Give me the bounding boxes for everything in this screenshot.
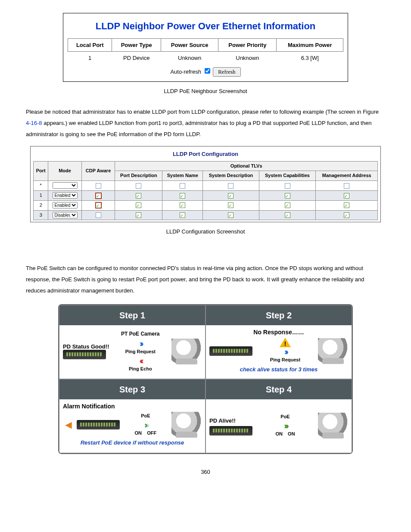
cell-sd [203,190,259,200]
cell-port: 3 [34,210,48,220]
checkbox-icon[interactable] [228,183,234,189]
step-3-on: ON [135,430,142,436]
cell-mode: Enabled [48,200,81,210]
checkbox-icon[interactable] [180,202,185,208]
checkbox-icon[interactable] [180,183,185,189]
paragraph-1: Please be noticed that administrator has… [26,106,385,140]
refresh-row: Auto-refresh Refresh [68,67,343,77]
checkbox-icon[interactable] [228,212,234,218]
cell-cdp [81,190,115,200]
cell-sd [203,181,259,191]
checkbox-icon[interactable] [96,183,101,189]
checkbox-icon[interactable] [344,183,349,189]
col-sys-cap: System Capabilities [259,171,316,181]
paragraph-2: The PoE Switch can be configured to moni… [26,263,385,296]
cell-mode: Disabled [48,210,81,220]
chevrons-green-icon: ››› [144,421,145,428]
step-4-on1: ON [275,431,283,436]
refresh-button[interactable]: Refresh [213,67,240,77]
cell-sd [203,210,259,220]
checkbox-icon[interactable] [136,183,141,189]
step-1-ping-echo: Ping Echo [129,365,152,373]
checkbox-icon[interactable] [136,193,141,199]
switch-icon [77,420,120,429]
checkbox-icon[interactable] [180,212,185,218]
step-3-header: Step 3 [59,380,205,399]
cell-cdp [81,200,115,210]
mode-select[interactable]: Enabled [53,202,78,208]
checkbox-icon[interactable] [96,212,101,218]
pd-alive-diagram: Step 1 PD Status Good!! PT PoE Camera ››… [58,304,353,454]
step-2-footer: check alive status for 3 times [209,364,348,377]
step-4-poe: PoE [280,413,290,421]
col-group-tlvs: Optional TLVs [115,161,378,171]
figure-caption-2: LLDP Configuration Screenshot [26,227,385,236]
checkbox-icon[interactable] [344,212,349,218]
col-port-desc: Port Description [115,171,162,181]
step-4-header: Step 4 [206,380,352,399]
col-mgmt-addr: Management Address [316,171,378,181]
lldp-poe-info-panel: LLDP Neighbor Power Over Ethernet Inform… [63,13,348,82]
camera-icon [171,339,202,364]
checkbox-icon[interactable] [136,202,141,208]
checkbox-icon[interactable] [136,212,141,218]
table-row: 2Enabled [34,200,378,210]
camera-icon [318,413,348,439]
step-2-ping-req: Ping Request [270,356,300,364]
checkbox-icon[interactable] [228,202,234,208]
checkbox-icon[interactable] [180,193,185,199]
checkbox-icon[interactable] [285,202,290,208]
step-3-alarm: Alarm Notification [63,401,202,412]
cell-mode: Enabled [48,190,81,200]
col-cdp: CDP Aware [81,161,115,181]
checkbox-icon[interactable] [344,202,349,208]
col-sys-desc: System Description [203,171,259,181]
step-3-poe: PoE [141,412,150,420]
mode-select[interactable]: Disabled [53,212,78,218]
cell-sn [162,181,203,191]
cell-port: 2 [34,200,48,210]
chevrons-pale-icon: ››› [146,421,147,428]
col-mode: Mode [48,161,81,181]
table-row: 3Disabled [34,210,378,220]
cell-pd [115,210,162,220]
cell-sc [259,210,316,220]
lldp-poe-table: Local Port Power Type Power Source Power… [68,38,343,65]
col-max-power: Maximum Power [277,38,343,51]
chevrons-right-icon: ›››››› [140,340,141,347]
chevrons-green-icon: ››› [284,422,285,429]
cell-local-port: 1 [68,51,112,64]
chevrons-left-icon: ‹‹‹‹‹‹ [140,357,141,364]
checkbox-icon[interactable] [285,193,290,199]
checkbox-icon[interactable] [96,202,101,208]
cell-sc [259,200,316,210]
auto-refresh-label: Auto-refresh [170,68,201,75]
col-power-type: Power Type [112,38,161,51]
paragraph-1b: appears.) we enabled LLDP function from … [26,120,371,137]
cell-power-type: PD Device [112,51,161,64]
cell-power-priority: Unknown [218,51,277,64]
col-sys-name: System Name [162,171,203,181]
step-2-header: Step 2 [206,305,352,325]
cell-mode [48,181,81,191]
cell-pd [115,200,162,210]
auto-refresh-checkbox[interactable] [205,68,210,74]
step-1-status: PD Status Good!! [63,344,109,350]
mode-select[interactable] [53,182,78,189]
alarm-arrow-icon: ◄ [63,422,74,428]
checkbox-icon[interactable] [344,193,349,199]
switch-icon [209,346,252,356]
cell-sn [162,190,203,200]
table-row: 1 PD Device Unknown Unknown 6.3 [W] [68,51,343,64]
figure-link[interactable]: 4-16-8 [26,120,42,126]
mode-select[interactable]: Enabled [53,192,78,199]
checkbox-icon[interactable] [285,212,290,218]
switch-icon [209,426,252,436]
step-1-camera-label: PT PoE Camera [121,330,159,339]
checkbox-icon[interactable] [285,183,290,189]
cell-pd [115,190,162,200]
col-power-source: Power Source [161,38,218,51]
checkbox-icon[interactable] [96,193,101,199]
checkbox-icon[interactable] [228,193,234,199]
figure-caption-1: LLDP PoE Neighbour Screenshot [26,86,385,96]
